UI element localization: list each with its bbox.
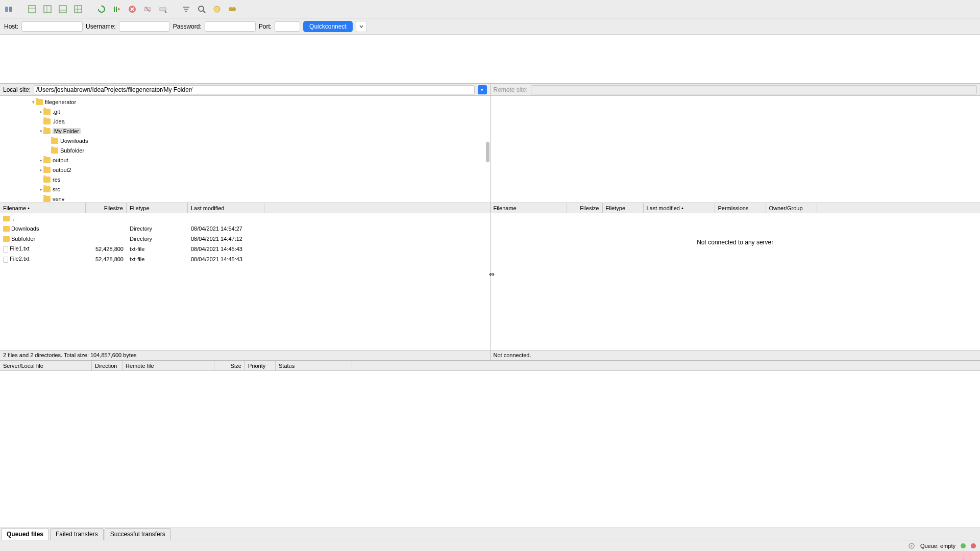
status-dot-green [961,543,966,548]
remote-tree [491,96,981,203]
port-input[interactable] [275,21,300,32]
local-list-header[interactable]: Filename▴ Filesize Filetype Last modifie… [0,203,490,213]
port-label: Port: [259,23,272,30]
message-log[interactable] [0,35,980,84]
tree-item[interactable]: res [0,174,490,184]
col-modified[interactable]: Last modified [188,203,264,213]
quickconnect-button[interactable]: Quickconnect [303,21,353,32]
list-item[interactable]: File1.txt52,428,800txt-file08/04/2021 14… [0,244,490,254]
svg-rect-16 [160,8,166,11]
tcol-size[interactable]: Size [214,361,245,370]
remote-file-list: Filename Filesize Filetype Last modified… [491,203,981,360]
svg-rect-2 [29,6,36,13]
search-icon[interactable] [195,3,208,16]
host-label: Host: [4,23,18,30]
process-queue-icon[interactable] [110,3,124,16]
rcol-filesize[interactable]: Filesize [567,203,603,213]
site-manager-icon[interactable] [2,3,15,16]
tab-failed[interactable]: Failed transfers [50,528,104,540]
local-file-list: Filename▴ Filesize Filetype Last modifie… [0,203,491,360]
svg-rect-4 [44,6,51,13]
svg-rect-1 [9,7,12,12]
tree-item[interactable]: ▸.git [0,107,490,116]
tcol-remote[interactable]: Remote file [122,361,214,370]
username-label: Username: [86,23,116,30]
local-files-body[interactable]: ..DownloadsDirectory08/04/2021 14:54:27S… [0,213,490,350]
svg-rect-0 [5,7,8,12]
tree-item[interactable]: .idea [0,116,490,126]
refresh-icon[interactable] [95,3,108,16]
queue-status: Queue: empty [920,543,955,549]
scrollbar-thumb[interactable] [486,142,489,162]
svg-point-24 [232,7,236,11]
tcol-priority[interactable]: Priority [245,361,276,370]
toggle-all-icon[interactable] [71,3,85,16]
list-item[interactable]: SubfolderDirectory08/04/2021 14:47:12 [0,234,490,244]
tree-item[interactable]: Subfolder [0,145,490,155]
tree-item[interactable]: ▾My Folder [0,126,490,136]
col-filename[interactable]: Filename▴ [0,203,86,213]
toggle-tree-icon[interactable] [41,3,54,16]
svg-rect-6 [59,6,66,13]
local-tree[interactable]: ▾filegenerator▸.git.idea▾My FolderDownlo… [0,96,491,203]
local-site-input[interactable] [34,85,474,94]
remote-list-header[interactable]: Filename Filesize Filetype Last modified… [491,203,981,213]
col-filetype[interactable]: Filetype [127,203,188,213]
password-input[interactable] [205,21,256,32]
rcol-filetype[interactable]: Filetype [603,203,644,213]
rcol-filename[interactable]: Filename [491,203,567,213]
tab-success[interactable]: Successful transfers [105,528,171,540]
transfer-queue-body[interactable] [0,371,980,528]
toggle-transfer-icon[interactable] [56,3,69,16]
list-item[interactable]: .. [0,213,490,223]
not-connected-message: Not connected to any server [491,213,981,246]
remote-status: Not connected. [491,350,981,360]
tree-item[interactable]: venv [0,194,490,203]
cancel-icon[interactable] [126,3,139,16]
remote-site-label: Remote site: [494,86,528,93]
username-input[interactable] [119,21,170,32]
quickconnect-dropdown[interactable] [356,21,367,32]
tree-item[interactable]: ▸src [0,184,490,194]
tab-queued[interactable]: Queued files [1,528,49,540]
remote-site-input [531,85,977,94]
list-item[interactable]: DownloadsDirectory08/04/2021 14:54:27 [0,223,490,234]
tcol-server[interactable]: Server/Local file [0,361,92,370]
local-status: 2 files and 2 directories. Total size: 1… [0,350,490,360]
svg-point-26 [911,545,912,546]
remote-files-body: Not connected to any server [491,213,981,350]
toggle-log-icon[interactable] [26,3,39,16]
local-site-dropdown[interactable]: ▾ [478,85,487,94]
directory-trees: ▾filegenerator▸.git.idea▾My FolderDownlo… [0,96,980,203]
host-input[interactable] [21,21,83,32]
local-site-label: Local site: [3,86,31,93]
quickconnect-bar: Host: Username: Password: Port: Quickcon… [0,18,980,35]
svg-line-21 [203,11,205,13]
sync-browse-icon[interactable] [226,3,239,16]
status-dot-red [971,543,976,548]
col-filesize[interactable]: Filesize [86,203,127,213]
compare-icon[interactable] [210,3,224,16]
tree-item[interactable]: Downloads [0,136,490,145]
svg-point-20 [199,6,204,11]
main-toolbar [0,0,980,18]
tree-item[interactable]: ▸output2 [0,165,490,174]
transfer-queue-header[interactable]: Server/Local file Direction Remote file … [0,361,980,371]
status-bar: Queue: empty [0,540,980,551]
disconnect-icon[interactable] [141,3,154,16]
tcol-direction[interactable]: Direction [92,361,122,370]
tree-item[interactable]: ▾filegenerator [0,97,490,107]
rcol-permissions[interactable]: Permissions [715,203,766,213]
svg-point-22 [214,6,220,12]
tree-item[interactable]: ▸output [0,155,490,165]
list-item[interactable]: File2.txt52,428,800txt-file08/04/2021 14… [0,254,490,264]
tcol-status[interactable]: Status [276,361,352,370]
password-label: Password: [173,23,202,30]
site-path-row: Local site: ▾ Remote site: [0,84,980,96]
queue-tabs: Queued files Failed transfers Successful… [0,528,980,540]
filter-icon[interactable] [180,3,193,16]
rcol-modified[interactable]: Last modified▴ [644,203,715,213]
reconnect-icon[interactable] [156,3,169,16]
file-listings: Filename▴ Filesize Filetype Last modifie… [0,203,980,361]
rcol-owner[interactable]: Owner/Group [766,203,817,213]
